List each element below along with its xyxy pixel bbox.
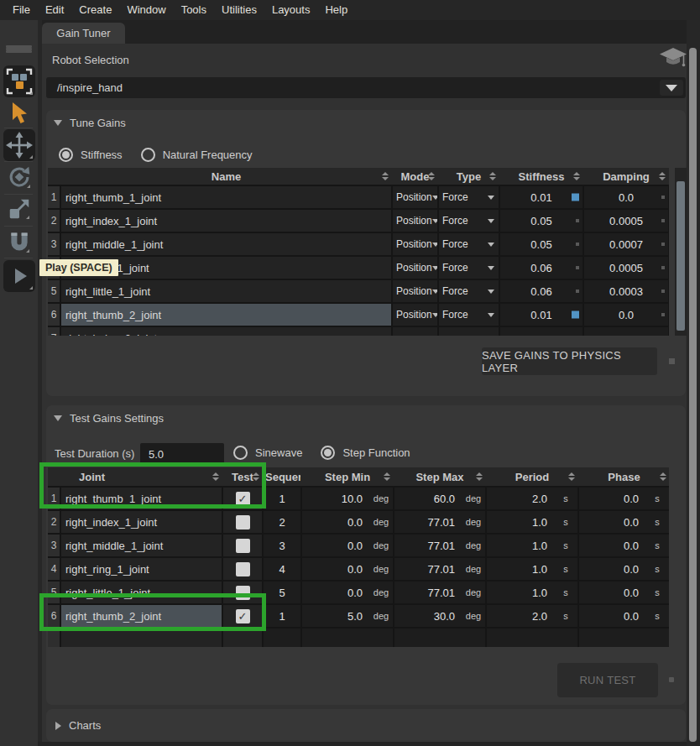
select-cursor-icon[interactable] bbox=[8, 101, 30, 126]
value-changed-indicator[interactable] bbox=[572, 311, 579, 319]
test-step-min-field[interactable]: 0.0deg bbox=[302, 511, 393, 533]
menu-item-create[interactable]: Create bbox=[71, 0, 119, 20]
gains-mode-dropdown[interactable]: Position bbox=[393, 280, 437, 302]
gains-type-dropdown[interactable]: Force bbox=[439, 257, 499, 279]
gains-stiffness-field[interactable]: 0.05 bbox=[500, 210, 582, 232]
tune-radio-option-stiffness[interactable]: Stiffness bbox=[59, 148, 123, 162]
test-period-field[interactable] bbox=[487, 629, 577, 647]
test-phase-field[interactable]: 0.0s bbox=[579, 535, 669, 556]
column-header-sequence[interactable]: Sequer bbox=[264, 467, 300, 486]
test-step-min-field[interactable] bbox=[302, 629, 393, 647]
robot-selection-dropdown[interactable]: /inspire_hand bbox=[46, 77, 686, 98]
menu-item-window[interactable]: Window bbox=[119, 0, 173, 20]
tune-radio-option-natural-frequency[interactable]: Natural Frequency bbox=[141, 148, 253, 162]
test-sequence-field[interactable]: 5 bbox=[264, 582, 300, 603]
save-gains-reset-indicator[interactable] bbox=[669, 358, 675, 364]
test-period-field[interactable]: 1.0s bbox=[487, 558, 577, 580]
test-period-field[interactable]: 1.0s bbox=[487, 582, 577, 603]
test-sequence-field[interactable]: 3 bbox=[264, 535, 300, 556]
gains-stiffness-field[interactable]: 0.06 bbox=[500, 280, 582, 302]
tutorial-cap-icon[interactable] bbox=[658, 46, 688, 75]
gains-damping-field[interactable]: 0.0 bbox=[584, 186, 668, 208]
gains-type-dropdown[interactable]: Force bbox=[439, 304, 499, 326]
scale-tool-icon[interactable] bbox=[7, 196, 32, 222]
test-joint-name[interactable]: right_index_1_joint bbox=[61, 511, 222, 533]
gains-type-dropdown[interactable] bbox=[439, 327, 499, 336]
hamburger-menu-icon[interactable] bbox=[6, 45, 32, 60]
gains-joint-name[interactable]: right_thumb_2_joint bbox=[61, 304, 391, 326]
test-step-max-field[interactable]: 60.0deg bbox=[394, 488, 485, 509]
gains-mode-dropdown[interactable]: Position bbox=[393, 304, 437, 326]
test-joint-name[interactable]: right_thumb_1_joint bbox=[61, 488, 222, 509]
test-phase-field[interactable]: 0.0s bbox=[579, 488, 669, 509]
move-tool-icon[interactable] bbox=[3, 129, 35, 161]
test-joint-name[interactable]: right_thumb_2_joint bbox=[61, 605, 222, 627]
menu-item-file[interactable]: File bbox=[5, 0, 38, 20]
run-test-button[interactable]: RUN TEST bbox=[557, 663, 658, 697]
value-default-indicator[interactable] bbox=[661, 313, 665, 316]
charts-header[interactable]: Charts bbox=[55, 719, 101, 732]
test-step-min-field[interactable]: 0.0deg bbox=[302, 558, 393, 580]
column-header-step-max[interactable]: Step Max bbox=[394, 467, 485, 486]
value-default-indicator[interactable] bbox=[661, 196, 665, 199]
value-default-indicator[interactable] bbox=[661, 290, 665, 293]
gains-mode-dropdown[interactable]: Position bbox=[393, 257, 437, 279]
gains-damping-field[interactable]: 0.0007 bbox=[584, 233, 668, 255]
play-icon[interactable] bbox=[3, 260, 35, 292]
gains-type-dropdown[interactable]: Force bbox=[439, 280, 499, 302]
gains-joint-name[interactable]: right_thumb_1_joint bbox=[61, 186, 391, 208]
gains-joint-name[interactable]: right_index_1_joint bbox=[61, 210, 391, 232]
gains-mode-dropdown[interactable]: Position bbox=[393, 233, 437, 255]
gains-stiffness-field[interactable] bbox=[500, 327, 582, 336]
test-checkbox[interactable] bbox=[236, 562, 250, 576]
test-step-min-field[interactable]: 0.0deg bbox=[302, 535, 393, 556]
test-period-field[interactable]: 2.0s bbox=[487, 605, 577, 627]
gains-mode-dropdown[interactable]: Position bbox=[393, 210, 437, 232]
menu-item-edit[interactable]: Edit bbox=[38, 0, 71, 20]
gains-type-dropdown[interactable]: Force bbox=[439, 233, 499, 255]
column-header-damping[interactable]: Damping bbox=[584, 168, 668, 185]
test-step-max-field[interactable]: 77.01deg bbox=[394, 535, 485, 556]
test-phase-field[interactable]: 0.0s bbox=[579, 511, 669, 533]
gains-mode-dropdown[interactable]: Position bbox=[393, 186, 437, 208]
value-default-indicator[interactable] bbox=[661, 266, 665, 269]
gains-joint-name[interactable]: right_middle_1_joint bbox=[61, 233, 391, 255]
run-test-reset-indicator[interactable] bbox=[669, 677, 674, 682]
test-joint-name[interactable]: right_ring_1_joint bbox=[61, 558, 222, 580]
gains-type-dropdown[interactable]: Force bbox=[439, 186, 499, 208]
test-period-field[interactable]: 1.0s bbox=[487, 511, 577, 533]
gains-damping-field[interactable]: 0.0005 bbox=[584, 210, 668, 232]
test-step-min-field[interactable]: 10.0deg bbox=[302, 488, 393, 509]
test-radio-step-function[interactable] bbox=[321, 446, 335, 460]
test-step-min-field[interactable]: 5.0deg bbox=[302, 605, 393, 627]
gains-damping-field[interactable] bbox=[584, 327, 668, 336]
gains-damping-field[interactable]: 0.0003 bbox=[584, 280, 668, 302]
value-default-indicator[interactable] bbox=[661, 219, 665, 222]
test-radio-option-step-function[interactable]: Step Function bbox=[321, 446, 410, 460]
test-checkbox[interactable] bbox=[236, 586, 250, 600]
test-sequence-field[interactable]: 2 bbox=[264, 511, 300, 533]
gains-stiffness-field[interactable]: 0.05 bbox=[500, 233, 582, 255]
value-default-indicator[interactable] bbox=[576, 243, 579, 246]
column-header-test[interactable]: Test bbox=[223, 467, 262, 486]
column-header-step-min[interactable]: Step Min bbox=[302, 467, 393, 486]
gains-joint-name[interactable]: right_little_1_joint bbox=[61, 280, 391, 302]
test-phase-field[interactable]: 0.0s bbox=[579, 582, 669, 603]
test-period-field[interactable]: 1.0s bbox=[487, 535, 577, 556]
tune-radio-stiffness[interactable] bbox=[59, 148, 73, 162]
column-header-stiffness[interactable]: Stiffness bbox=[500, 168, 582, 185]
test-sequence-field[interactable]: 1 bbox=[264, 605, 300, 627]
test-gains-header[interactable]: Test Gains Settings bbox=[54, 412, 164, 425]
value-default-indicator[interactable] bbox=[576, 290, 579, 293]
test-step-max-field[interactable]: 77.01deg bbox=[394, 558, 485, 580]
test-sequence-field[interactable] bbox=[264, 629, 300, 647]
test-sequence-field[interactable]: 4 bbox=[264, 558, 300, 580]
menu-item-help[interactable]: Help bbox=[317, 0, 355, 20]
gains-stiffness-field[interactable]: 0.01 bbox=[500, 186, 582, 208]
tab-gain-tuner[interactable]: Gain Tuner bbox=[42, 23, 125, 44]
column-header-name[interactable]: Name bbox=[61, 168, 391, 185]
save-gains-button[interactable]: SAVE GAINS TO PHYSICS LAYER bbox=[482, 347, 657, 375]
test-step-max-field[interactable]: 77.01deg bbox=[394, 582, 485, 603]
column-header-type[interactable]: Type bbox=[439, 168, 499, 185]
test-checkbox[interactable] bbox=[236, 539, 250, 553]
